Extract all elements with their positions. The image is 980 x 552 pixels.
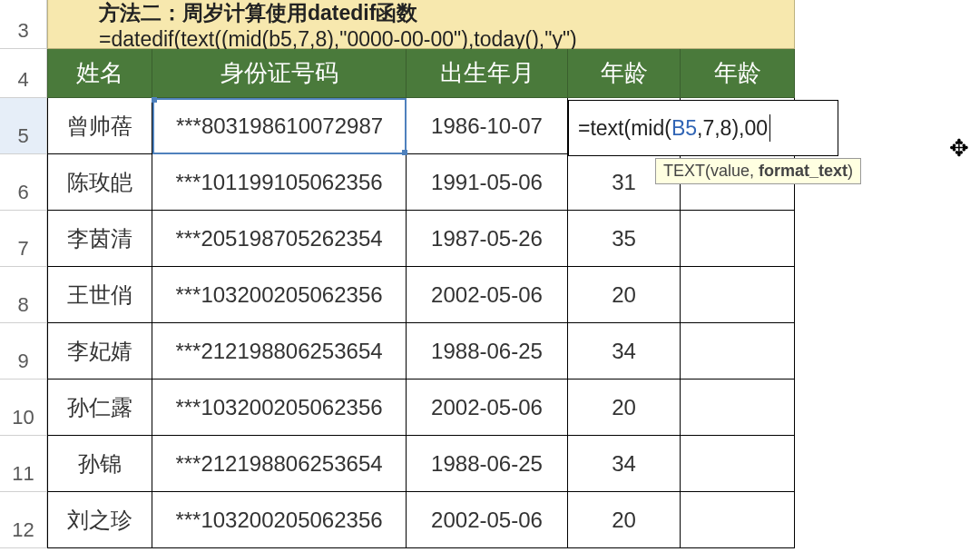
col-header-name[interactable]: 姓名: [47, 49, 152, 98]
row-header-6[interactable]: 6: [0, 154, 47, 211]
cell-age1[interactable]: 20: [568, 267, 681, 323]
col-header-age2[interactable]: 年龄: [681, 49, 795, 98]
spreadsheet-grid[interactable]: 3 方法二：周岁计算使用datedif函数 =datedif(text((mid…: [0, 0, 980, 548]
row-header-12[interactable]: 12: [0, 492, 47, 548]
cell-name[interactable]: 曾帅蓓: [47, 98, 152, 154]
cell-age2[interactable]: [681, 380, 795, 436]
row-header-8[interactable]: 8: [0, 267, 47, 323]
tooltip-arg2: format_text: [759, 162, 848, 180]
note-banner[interactable]: 方法二：周岁计算使用datedif函数 =datedif(text((mid(b…: [47, 0, 795, 49]
cell-dob[interactable]: 1986-10-07: [407, 98, 568, 154]
row-header-9[interactable]: 9: [0, 323, 47, 380]
cell-name[interactable]: 王世俏: [47, 267, 152, 323]
cell-id[interactable]: ***205198705262354: [152, 211, 407, 267]
cell-dob[interactable]: 1988-06-25: [407, 323, 568, 380]
row-header-3[interactable]: 3: [0, 0, 47, 49]
cell-id[interactable]: ***101199105062356: [152, 154, 407, 211]
cell-id[interactable]: ***212198806253654: [152, 323, 407, 380]
cell-dob[interactable]: 2002-05-06: [407, 380, 568, 436]
cell-dob[interactable]: 2002-05-06: [407, 492, 568, 548]
cell-dob[interactable]: 2002-05-06: [407, 267, 568, 323]
cell-age2[interactable]: [681, 436, 795, 492]
tooltip-arg1: value: [710, 162, 750, 180]
cell-id[interactable]: ***103200205062356: [152, 267, 407, 323]
col-header-dob[interactable]: 出生年月: [407, 49, 568, 98]
cell-name[interactable]: 刘之珍: [47, 492, 152, 548]
formula-ref: B5: [671, 116, 697, 141]
move-cursor-icon: ✥: [949, 134, 969, 163]
col-header-id[interactable]: 身份证号码: [152, 49, 407, 98]
row-header-4[interactable]: 4: [0, 49, 47, 98]
row-header-11[interactable]: 11: [0, 436, 47, 492]
row-header-7[interactable]: 7: [0, 211, 47, 267]
text-cursor: [769, 114, 770, 142]
cell-age2[interactable]: [681, 267, 795, 323]
cell-age1[interactable]: 20: [568, 380, 681, 436]
row-header-10[interactable]: 10: [0, 380, 47, 436]
col-header-age1[interactable]: 年龄: [568, 49, 681, 98]
cell-formula-edit[interactable]: =text(mid(B5,7,8),00: [568, 100, 838, 156]
cell-id-selected[interactable]: ***803198610072987: [152, 98, 407, 154]
cell-name[interactable]: 孙仁露: [47, 380, 152, 436]
tooltip-fn: TEXT: [663, 162, 705, 180]
cell-name[interactable]: 孙锦: [47, 436, 152, 492]
formula-text-pre: =text(mid(: [578, 116, 671, 141]
cell-age1[interactable]: 34: [568, 323, 681, 380]
cell-id[interactable]: ***212198806253654: [152, 436, 407, 492]
cell-name[interactable]: 陈玫皑: [47, 154, 152, 211]
cell-age2[interactable]: [681, 323, 795, 380]
cell-name[interactable]: 李妃婧: [47, 323, 152, 380]
note-line-1: 方法二：周岁计算使用datedif函数: [99, 0, 785, 26]
cell-age1[interactable]: 34: [568, 436, 681, 492]
cell-age2[interactable]: [681, 492, 795, 548]
cell-age2[interactable]: [681, 211, 795, 267]
cell-dob[interactable]: 1987-05-26: [407, 211, 568, 267]
cell-id[interactable]: ***103200205062356: [152, 380, 407, 436]
formula-tooltip: TEXT(value, format_text): [655, 158, 861, 184]
formula-text-post: ,7,8),00: [697, 116, 768, 141]
row-header-5[interactable]: 5: [0, 98, 47, 154]
cell-dob[interactable]: 1991-05-06: [407, 154, 568, 211]
cell-age1[interactable]: 20: [568, 492, 681, 548]
cell-age1[interactable]: 35: [568, 211, 681, 267]
cell-dob[interactable]: 1988-06-25: [407, 436, 568, 492]
cell-name[interactable]: 李茵清: [47, 211, 152, 267]
cell-id[interactable]: ***103200205062356: [152, 492, 407, 548]
